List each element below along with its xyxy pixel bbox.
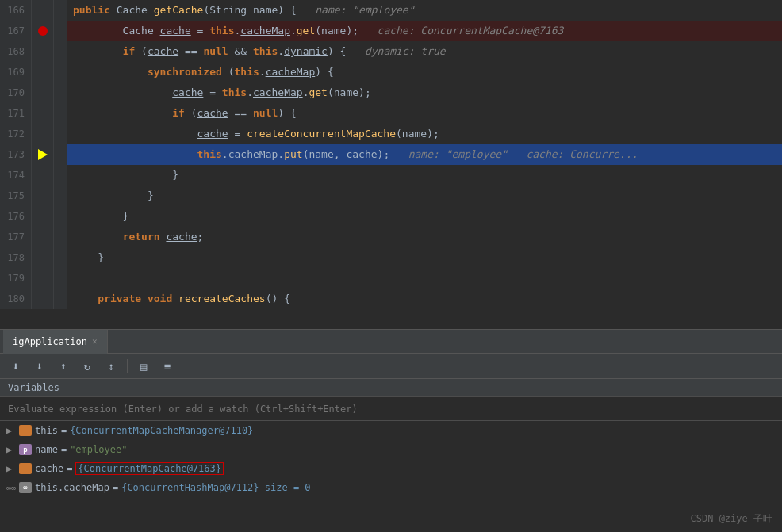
variable-expand-icon[interactable]: ▶ (6, 463, 19, 474)
code-token (172, 293, 178, 304)
code-content: Cache cache = this.cacheMap.get(name); c… (67, 21, 782, 41)
toolbar-step-into[interactable]: ⬇ (5, 357, 27, 376)
tab-close-button[interactable]: ✕ (92, 336, 98, 346)
code-token: ( (222, 66, 235, 78)
code-content: cache = createConcurrentMapCache(name); (67, 124, 782, 144)
toolbar-step-out[interactable]: ⬆ (52, 357, 75, 376)
line-gutter (32, 0, 54, 21)
evaluate-bar[interactable] (0, 397, 782, 421)
code-token: cache (160, 25, 191, 36)
code-token: dynamic: true (346, 45, 445, 57)
variable-equals: = (113, 482, 118, 493)
toolbar-list-view[interactable]: ≡ (156, 357, 178, 376)
variable-expand-icon[interactable]: ∞∞ (6, 484, 19, 492)
code-token: Cache (73, 25, 160, 36)
code-token (141, 293, 148, 304)
variable-name: name (35, 444, 58, 455)
code-token (73, 231, 123, 243)
code-token: } (73, 210, 128, 222)
variable-item[interactable]: ▶this = {ConcurrentMapCacheManager@7110} (0, 421, 782, 440)
toolbar-table-view[interactable]: ▤ (132, 357, 155, 376)
variable-value: {ConcurrentMapCache@7163} (75, 462, 224, 475)
code-content: } (67, 165, 782, 186)
variable-item[interactable]: ▶pname = "employee" (0, 440, 782, 459)
tab-bar: igApplication ✕ (0, 330, 782, 354)
fold-gutter (54, 21, 67, 41)
code-token: dynamic (284, 45, 328, 57)
code-line: 169 synchronized (this.cacheMap) { (0, 62, 782, 82)
toolbar-step-over[interactable]: ⬇ (29, 357, 51, 376)
code-line: 171 if (cache == null) { (0, 103, 782, 124)
code-content: cache = this.cacheMap.get(name); (67, 82, 782, 103)
line-number: 178 (0, 247, 32, 268)
code-token (73, 86, 172, 98)
code-line: 177 return cache; (0, 227, 782, 247)
toolbar-run-to-cursor[interactable]: ↻ (76, 357, 98, 376)
line-number: 170 (0, 82, 32, 103)
code-token: (name); (328, 86, 371, 98)
code-token: ) { (328, 45, 346, 57)
variable-equals: = (61, 444, 67, 455)
fold-gutter (54, 41, 67, 62)
code-token: && (228, 45, 253, 57)
code-token: createConcurrentMapCache (247, 128, 396, 140)
code-content: private void recreateCaches() { (67, 289, 782, 309)
variable-expand-icon[interactable]: ▶ (6, 425, 19, 436)
code-token: . (259, 66, 266, 78)
code-token (73, 66, 148, 78)
code-editor: 166public Cache getCache(String name) { … (0, 0, 782, 329)
toolbar-evaluate[interactable]: ↕ (100, 357, 122, 376)
code-content (67, 268, 782, 289)
variable-equals: = (67, 463, 72, 474)
code-line: 170 cache = this.cacheMap.get(name); (0, 82, 782, 103)
evaluate-input[interactable] (8, 404, 774, 415)
code-token: get (309, 86, 327, 98)
code-token: void (148, 293, 172, 304)
code-content: } (67, 186, 782, 206)
line-number: 179 (0, 268, 32, 289)
line-gutter (32, 247, 54, 268)
code-token: () { (266, 293, 290, 304)
variable-expand-icon[interactable]: ▶ (6, 444, 19, 455)
code-token: return (123, 231, 160, 243)
variable-item[interactable]: ∞∞∞this.cacheMap = {ConcurrentHashMap@71… (0, 478, 782, 497)
code-token: this (197, 148, 222, 160)
code-token: recreateCaches (178, 293, 266, 304)
code-content: } (67, 247, 782, 268)
line-number: 168 (0, 41, 32, 62)
line-gutter (32, 268, 54, 289)
code-token: Cache (117, 4, 154, 16)
code-token: this (209, 25, 234, 36)
code-token: cacheMap (240, 25, 290, 36)
line-number: 167 (0, 21, 32, 41)
code-token: this (235, 66, 259, 78)
fold-gutter (54, 82, 67, 103)
code-token: null (253, 107, 278, 119)
code-token: (name); (396, 128, 439, 140)
line-gutter (32, 62, 54, 82)
line-number: 172 (0, 124, 32, 144)
code-line: 166public Cache getCache(String name) { … (0, 0, 782, 21)
breakpoint-icon (38, 26, 48, 36)
code-token: = (203, 86, 221, 98)
line-number: 175 (0, 186, 32, 206)
variable-item[interactable]: ▶cache = {ConcurrentMapCache@7163} (0, 459, 782, 478)
code-token: name: "employee" (297, 4, 415, 16)
code-token: cacheMap (228, 148, 278, 160)
code-token (73, 128, 197, 140)
code-token: put (284, 148, 302, 160)
variable-type-icon: p (19, 444, 32, 455)
code-token: cacheMap (253, 86, 303, 98)
line-number: 180 (0, 289, 32, 309)
variable-type-icon (19, 463, 32, 474)
code-line: 175 } (0, 186, 782, 206)
tab-item[interactable]: igApplication ✕ (3, 330, 108, 354)
line-gutter (32, 103, 54, 124)
code-token: = (191, 25, 209, 36)
code-line: 168 if (cache == null && this.dynamic) {… (0, 41, 782, 62)
variable-value: {ConcurrentMapCacheManager@7110} (70, 425, 253, 436)
code-token: cacheMap (266, 66, 316, 78)
line-gutter (32, 206, 54, 227)
debug-toolbar: ⬇ ⬇ ⬆ ↻ ↕ ▤ ≡ (0, 354, 782, 379)
code-token: public (73, 4, 117, 16)
